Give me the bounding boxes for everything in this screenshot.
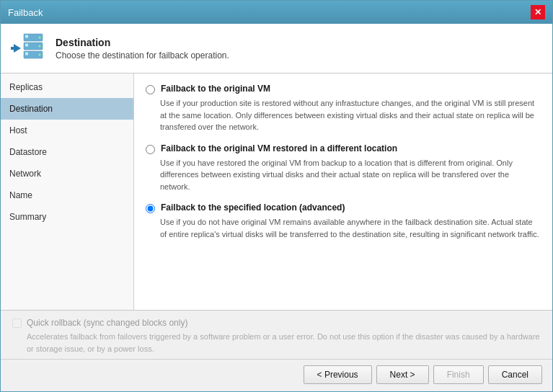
option-specified-location-desc: Use if you do not have original VM remai… xyxy=(160,216,541,240)
header-subtitle: Choose the destination for failback oper… xyxy=(56,50,229,61)
header-icon xyxy=(11,31,45,66)
cancel-button[interactable]: Cancel xyxy=(488,365,542,384)
svg-point-5 xyxy=(39,45,41,48)
option-specified-location-text: Failback to the specified location (adva… xyxy=(161,202,345,213)
finish-button[interactable]: Finish xyxy=(433,365,484,384)
sidebar: Replicas Destination Host Datastore Netw… xyxy=(1,74,134,310)
button-row: < Previous Next > Finish Cancel xyxy=(1,359,552,391)
svg-rect-4 xyxy=(25,44,28,47)
quick-rollback-desc: Accelerates failback from failovers trig… xyxy=(27,331,541,355)
main-window: Failback ✕ Destination Choose xyxy=(0,0,553,392)
header-title: Destination xyxy=(56,37,229,48)
title-bar: Failback ✕ xyxy=(1,1,552,24)
quick-rollback-checkbox[interactable] xyxy=(12,318,22,328)
option-original-vm-text: Failback to the original VM xyxy=(161,84,270,94)
svg-rect-1 xyxy=(25,35,28,38)
sidebar-item-datastore[interactable]: Datastore xyxy=(1,141,133,163)
option-original-vm-different-label[interactable]: Failback to the original VM restored in … xyxy=(146,143,541,154)
window-title: Failback xyxy=(8,7,43,18)
option-original-vm-desc: Use if your production site is restored … xyxy=(160,97,541,133)
header-section: Destination Choose the destination for f… xyxy=(1,24,552,74)
svg-point-2 xyxy=(39,37,41,39)
option-original-vm: Failback to the original VM Use if your … xyxy=(146,84,541,133)
radio-original-vm-different[interactable] xyxy=(146,145,155,154)
svg-point-8 xyxy=(39,54,41,56)
svg-rect-7 xyxy=(25,53,28,55)
footer-section: Quick rollback (sync changed blocks only… xyxy=(1,310,552,391)
header-text: Destination Choose the destination for f… xyxy=(56,37,229,61)
close-button[interactable]: ✕ xyxy=(531,5,545,19)
next-button[interactable]: Next > xyxy=(376,365,429,384)
quick-rollback-area: Quick rollback (sync changed blocks only… xyxy=(1,311,552,359)
sidebar-item-host[interactable]: Host xyxy=(1,120,133,141)
svg-marker-9 xyxy=(11,44,21,53)
sidebar-item-destination[interactable]: Destination xyxy=(1,98,133,120)
sidebar-item-name[interactable]: Name xyxy=(1,184,133,206)
radio-specified-location[interactable] xyxy=(146,204,155,213)
option-specified-location-label[interactable]: Failback to the specified location (adva… xyxy=(146,202,541,213)
option-original-vm-different-desc: Use if you have restored the original VM… xyxy=(160,157,541,193)
quick-rollback-label-text: Quick rollback (sync changed blocks only… xyxy=(27,318,187,328)
option-original-vm-different-text: Failback to the original VM restored in … xyxy=(161,143,397,153)
sidebar-item-summary[interactable]: Summary xyxy=(1,206,133,228)
radio-original-vm[interactable] xyxy=(146,85,155,94)
main-content: Replicas Destination Host Datastore Netw… xyxy=(1,74,552,310)
option-specified-location: Failback to the specified location (adva… xyxy=(146,202,541,240)
sidebar-item-network[interactable]: Network xyxy=(1,163,133,184)
previous-button[interactable]: < Previous xyxy=(304,365,372,384)
content-area: Failback to the original VM Use if your … xyxy=(134,74,552,310)
option-original-vm-label[interactable]: Failback to the original VM xyxy=(146,84,541,94)
option-original-vm-different: Failback to the original VM restored in … xyxy=(146,143,541,193)
quick-rollback-label[interactable]: Quick rollback (sync changed blocks only… xyxy=(12,318,541,328)
sidebar-item-replicas[interactable]: Replicas xyxy=(1,76,133,98)
